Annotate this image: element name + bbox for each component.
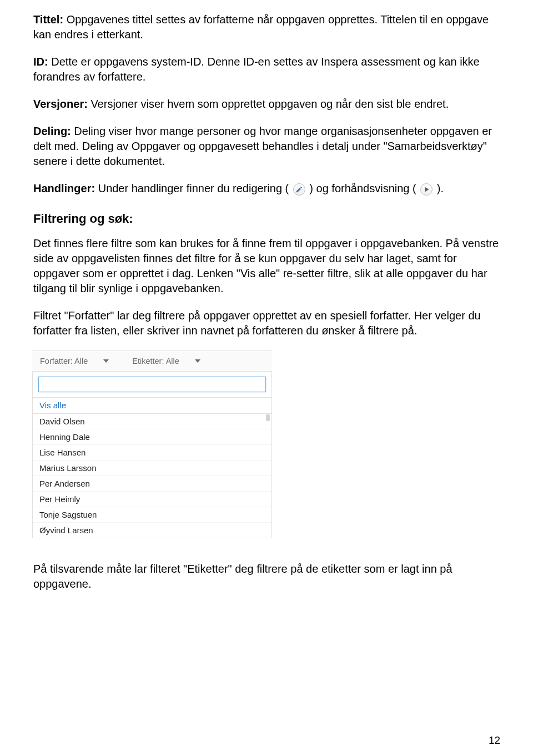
paragraph-deling: Deling: Deling viser hvor mange personer… — [33, 124, 500, 169]
text-deling: Deling viser hvor mange personer og hvor… — [33, 125, 492, 167]
author-name: Marius Larsson — [39, 463, 97, 473]
author-search-wrap — [33, 372, 271, 398]
paragraph-id: ID: Dette er oppgavens system-ID. Denne … — [33, 54, 500, 84]
label-tittel: Tittel: — [33, 13, 63, 26]
document-page: Tittel: Oppgavenes tittel settes av forf… — [0, 0, 533, 620]
label-id: ID: — [33, 56, 48, 68]
etiketter-dropdown-label: Etiketter: Alle — [132, 357, 179, 366]
author-list-item[interactable]: Lise Hansen — [33, 445, 271, 460]
author-list: Vis alle David Olsen Henning Dale Lise H… — [33, 398, 271, 538]
author-search-input[interactable] — [38, 377, 266, 392]
filter-bar: Forfatter: Alle Etiketter: Alle — [32, 351, 272, 372]
author-filter-widget: Forfatter: Alle Etiketter: Alle Vis alle… — [32, 351, 272, 538]
author-name: Tonje Sagstuen — [39, 510, 97, 519]
author-list-item[interactable]: Per Heimly — [33, 492, 271, 507]
author-list-item[interactable]: Henning Dale — [33, 429, 271, 445]
text-handlinger-before: Under handlinger finner du redigering ( — [95, 182, 292, 194]
pencil-icon — [293, 183, 305, 196]
author-name: Per Heimly — [39, 494, 80, 504]
author-dropdown-panel: Vis alle David Olsen Henning Dale Lise H… — [32, 372, 272, 538]
svg-marker-0 — [425, 187, 429, 192]
caret-down-icon — [103, 359, 109, 363]
author-name: Henning Dale — [39, 432, 90, 442]
forfatter-dropdown-label: Forfatter: Alle — [40, 357, 88, 366]
author-name: David Olsen — [39, 417, 85, 426]
vis-alle-label: Vis alle — [39, 400, 66, 410]
author-list-item[interactable]: Øyvind Larsen — [33, 523, 271, 538]
vis-alle-link[interactable]: Vis alle — [33, 398, 271, 414]
paragraph-handlinger: Handlinger: Under handlinger finner du r… — [33, 181, 500, 196]
author-list-item[interactable]: David Olsen — [33, 414, 271, 429]
text-id: Dette er oppgavens system-ID. Denne ID-e… — [33, 56, 480, 83]
author-list-item[interactable]: Marius Larsson — [33, 460, 271, 476]
label-deling: Deling: — [33, 125, 71, 137]
author-name: Lise Hansen — [39, 448, 86, 457]
paragraph-filtrering-2: Filtret "Forfatter" lar deg filtrere på … — [33, 308, 500, 338]
text-tittel: Oppgavenes tittel settes av forfatterne … — [33, 13, 489, 41]
label-handlinger: Handlinger: — [33, 182, 95, 194]
author-name: Øyvind Larsen — [39, 525, 93, 535]
paragraph-versjoner: Versjoner: Versjoner viser hvem som oppr… — [33, 97, 500, 112]
paragraph-filtrering-1: Det finnes flere filtre som kan brukes f… — [33, 236, 500, 296]
etiketter-dropdown[interactable]: Etiketter: Alle — [124, 351, 208, 371]
text-versjoner: Versjoner viser hvem som opprettet oppga… — [88, 98, 449, 110]
paragraph-tittel: Tittel: Oppgavenes tittel settes av forf… — [33, 12, 500, 42]
play-icon — [420, 183, 433, 196]
heading-filtrering: Filtrering og søk: — [33, 212, 500, 226]
paragraph-filtrering-3: På tilsvarende måte lar filteret "Etiket… — [33, 562, 500, 592]
text-handlinger-mid: ) og forhåndsvisning ( — [306, 182, 419, 194]
caret-down-icon — [195, 359, 200, 363]
forfatter-dropdown[interactable]: Forfatter: Alle — [32, 351, 117, 371]
author-list-item[interactable]: Tonje Sagstuen — [33, 507, 271, 523]
text-handlinger-after: ). — [434, 182, 444, 194]
label-versjoner: Versjoner: — [33, 98, 88, 110]
scrollbar-thumb[interactable] — [266, 414, 270, 421]
author-list-item[interactable]: Per Andersen — [33, 476, 271, 492]
author-name: Per Andersen — [39, 479, 90, 488]
